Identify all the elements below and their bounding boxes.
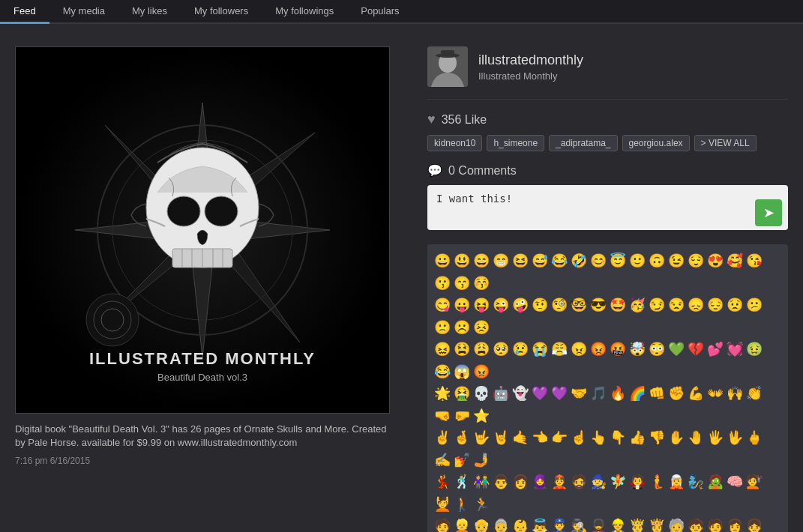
emoji-char[interactable]: 🖕 bbox=[745, 427, 764, 449]
emoji-char[interactable]: 😌 bbox=[687, 250, 706, 272]
emoji-char[interactable]: 💃 bbox=[433, 471, 452, 493]
emoji-char[interactable]: 🤣 bbox=[570, 250, 589, 272]
emoji-char[interactable]: 😘 bbox=[745, 250, 764, 272]
emoji-char[interactable]: 👻 bbox=[511, 383, 530, 405]
emoji-char[interactable]: 🌟 bbox=[433, 383, 452, 405]
emoji-char[interactable]: 🥺 bbox=[492, 339, 511, 360]
emoji-char[interactable]: 😄 bbox=[472, 250, 491, 272]
emoji-char[interactable]: 😎 bbox=[589, 294, 608, 316]
emoji-char[interactable]: 💓 bbox=[726, 339, 745, 360]
emoji-char[interactable]: 🤬 bbox=[609, 339, 628, 360]
emoji-char[interactable]: 😖 bbox=[433, 339, 452, 360]
like-tag-0[interactable]: kidneon10 bbox=[427, 135, 482, 151]
emoji-char[interactable]: 👨 bbox=[492, 471, 511, 493]
emoji-char[interactable]: 🌈 bbox=[628, 383, 647, 405]
emoji-char[interactable]: 👶 bbox=[511, 516, 530, 532]
emoji-char[interactable]: 🤪 bbox=[511, 294, 530, 316]
emoji-char[interactable]: ⭐ bbox=[472, 405, 491, 427]
emoji-char[interactable]: 🧔 bbox=[570, 471, 589, 493]
emoji-char[interactable]: 🖖 bbox=[726, 427, 745, 449]
emoji-char[interactable]: 🥰 bbox=[726, 250, 745, 272]
emoji-char[interactable]: 🖐️ bbox=[706, 427, 725, 449]
tab-my-followers[interactable]: My followers bbox=[181, 0, 262, 24]
emoji-char[interactable]: 😣 bbox=[472, 317, 491, 339]
emoji-char[interactable]: 😝 bbox=[472, 294, 491, 316]
emoji-char[interactable]: 🧓 bbox=[667, 516, 686, 532]
emoji-char[interactable]: 😞 bbox=[687, 294, 706, 316]
emoji-char[interactable]: 😱 bbox=[453, 361, 472, 383]
emoji-char[interactable]: 👱 bbox=[453, 516, 472, 532]
emoji-char[interactable]: 💚 bbox=[667, 339, 686, 360]
emoji-char[interactable]: 😚 bbox=[472, 273, 491, 294]
emoji-char[interactable]: ✌️ bbox=[433, 427, 452, 449]
emoji-char[interactable]: 👷 bbox=[609, 516, 628, 532]
emoji-char[interactable]: 🧑 bbox=[706, 516, 725, 532]
emoji-char[interactable]: 🤳 bbox=[472, 450, 491, 471]
emoji-char[interactable]: ✍️ bbox=[433, 450, 452, 471]
emoji-char[interactable]: 😀 bbox=[433, 250, 452, 272]
emoji-char[interactable]: 🤝 bbox=[570, 383, 589, 405]
emoji-char[interactable]: 🔥 bbox=[609, 383, 628, 405]
emoji-char[interactable]: 💜 bbox=[550, 383, 569, 405]
emoji-char[interactable]: 👸 bbox=[648, 516, 667, 532]
tab-my-likes[interactable]: My likes bbox=[118, 0, 181, 24]
emoji-char[interactable]: 👏 bbox=[745, 383, 764, 405]
emoji-char[interactable]: 🙁 bbox=[433, 317, 452, 339]
emoji-char[interactable]: 😜 bbox=[492, 294, 511, 316]
emoji-char[interactable]: 🕵️ bbox=[570, 516, 589, 532]
emoji-char[interactable]: 🤜 bbox=[433, 405, 452, 427]
like-tag-2[interactable]: _adipratama_ bbox=[549, 135, 617, 151]
emoji-char[interactable]: 👼 bbox=[531, 516, 550, 532]
emoji-char[interactable]: 🧕 bbox=[531, 471, 550, 493]
emoji-char[interactable]: 👆 bbox=[589, 427, 608, 449]
emoji-char[interactable]: 😕 bbox=[745, 294, 764, 316]
emoji-char[interactable]: 😠 bbox=[570, 339, 589, 360]
emoji-char[interactable]: 💕 bbox=[706, 339, 725, 360]
emoji-char[interactable]: 👫 bbox=[472, 471, 491, 493]
emoji-char[interactable]: 😗 bbox=[433, 273, 452, 294]
tab-my-media[interactable]: My media bbox=[49, 0, 118, 24]
emoji-char[interactable]: 💇 bbox=[745, 471, 764, 493]
emoji-char[interactable]: 👩 bbox=[511, 471, 530, 493]
emoji-char[interactable]: 🧒 bbox=[687, 516, 706, 532]
emoji-char[interactable]: 😡 bbox=[472, 361, 491, 383]
emoji-char[interactable]: 🤚 bbox=[687, 427, 706, 449]
emoji-char[interactable]: 🤙 bbox=[511, 427, 530, 449]
emoji-char[interactable]: 🤘 bbox=[492, 427, 511, 449]
emoji-char[interactable]: 😟 bbox=[726, 294, 745, 316]
emoji-char[interactable]: 💪 bbox=[687, 383, 706, 405]
emoji-char[interactable]: 😉 bbox=[667, 250, 686, 272]
comment-input[interactable]: I want this! bbox=[427, 185, 788, 230]
emoji-char[interactable]: 👩 bbox=[726, 516, 745, 532]
emoji-char[interactable]: 🤢 bbox=[745, 339, 764, 360]
emoji-char[interactable]: 😩 bbox=[472, 339, 491, 360]
emoji-char[interactable]: 👲 bbox=[550, 471, 569, 493]
tab-feed[interactable]: Feed bbox=[0, 0, 49, 24]
emoji-char[interactable]: 😃 bbox=[453, 250, 472, 272]
emoji-char[interactable]: 😙 bbox=[453, 273, 472, 294]
emoji-char[interactable]: 🙂 bbox=[628, 250, 647, 272]
emoji-char[interactable]: ☝️ bbox=[570, 427, 589, 449]
emoji-char[interactable]: 😇 bbox=[609, 250, 628, 272]
emoji-char[interactable]: 😋 bbox=[433, 294, 452, 316]
emoji-char[interactable]: 💅 bbox=[453, 450, 472, 471]
like-tag-3[interactable]: georgiou.alex bbox=[622, 135, 690, 151]
emoji-char[interactable]: 🕺 bbox=[453, 471, 472, 493]
emoji-char[interactable]: 👇 bbox=[609, 427, 628, 449]
emoji-char[interactable]: 🧠 bbox=[726, 471, 745, 493]
emoji-char[interactable]: ☹️ bbox=[453, 317, 472, 339]
emoji-char[interactable]: 😆 bbox=[511, 250, 530, 272]
emoji-char[interactable]: 🤞 bbox=[453, 427, 472, 449]
emoji-char[interactable]: 💔 bbox=[687, 339, 706, 360]
emoji-char[interactable]: 🧛 bbox=[628, 471, 647, 493]
tab-populars[interactable]: Populars bbox=[347, 0, 412, 24]
like-tag-1[interactable]: h_simeone bbox=[487, 135, 544, 151]
emoji-char[interactable]: 🥳 bbox=[628, 294, 647, 316]
emoji-char[interactable]: 👐 bbox=[706, 383, 725, 405]
emoji-char[interactable]: 🧑 bbox=[433, 516, 452, 532]
emoji-char[interactable]: 🧞 bbox=[687, 471, 706, 493]
emoji-char[interactable]: 🧚 bbox=[609, 471, 628, 493]
emoji-char[interactable]: 🧜 bbox=[648, 471, 667, 493]
emoji-char[interactable]: 👵 bbox=[492, 516, 511, 532]
emoji-char[interactable]: 😍 bbox=[706, 250, 725, 272]
